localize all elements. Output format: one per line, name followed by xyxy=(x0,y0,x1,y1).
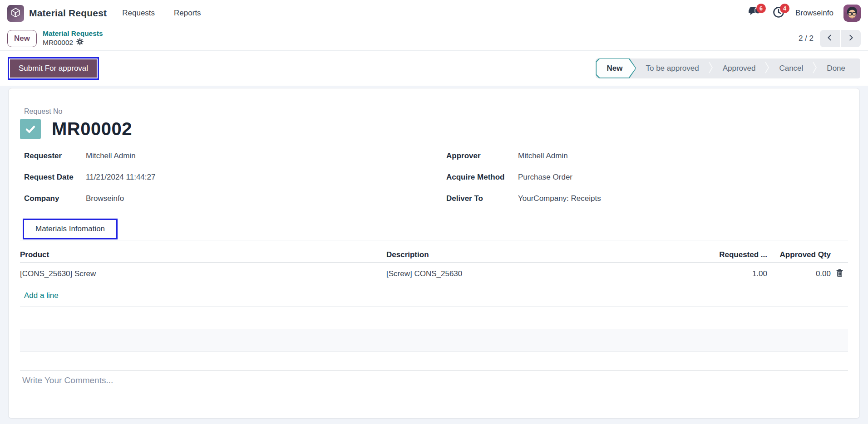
breadcrumb-current: MR00002 xyxy=(43,38,103,47)
status-stage-bar: New To be approved Approved Cancel Done xyxy=(596,58,860,78)
field-label: Requester xyxy=(24,151,86,161)
app-logo[interactable] xyxy=(7,5,24,22)
add-line-row: Add a line xyxy=(20,285,848,307)
user-avatar[interactable] xyxy=(843,5,861,22)
company-switcher[interactable]: Browseinfo xyxy=(795,9,833,18)
page-title: MR00002 xyxy=(52,119,132,139)
form-statusbar: Submit For approval New To be approved A… xyxy=(0,51,868,86)
add-a-line-link[interactable]: Add a line xyxy=(24,291,59,300)
chevron-left-icon xyxy=(826,34,834,43)
fields-grid: Requester Mitchell Admin Request Date 11… xyxy=(20,151,848,203)
field-company: Company Browseinfo xyxy=(24,194,446,203)
request-no-label: Request No xyxy=(24,107,848,116)
annotation-box-submit: Submit For approval xyxy=(8,57,99,80)
stage-to-be-approved[interactable]: To be approved xyxy=(636,64,708,73)
breadcrumb-parent-link[interactable]: Material Requests xyxy=(43,29,103,38)
field-label: Company xyxy=(24,194,86,203)
column-header-product[interactable]: Product xyxy=(20,250,386,259)
field-label: Deliver To xyxy=(446,194,518,203)
menu-reports[interactable]: Reports xyxy=(172,6,203,20)
control-panel: New Material Requests MR00002 2 / 2 xyxy=(0,26,868,51)
breadcrumb-current-label: MR00002 xyxy=(43,39,73,47)
empty-table-row xyxy=(20,307,848,329)
field-request-date: Request Date 11/21/2024 11:44:27 xyxy=(24,173,446,182)
column-header-description[interactable]: Description xyxy=(386,250,699,259)
field-value[interactable]: YourCompany: Receipts xyxy=(518,194,601,203)
delete-row-button[interactable] xyxy=(835,268,844,279)
column-header-approved[interactable]: Approved Qty xyxy=(767,250,831,259)
record-pager: 2 / 2 xyxy=(799,30,861,47)
activities-badge: 4 xyxy=(780,4,789,13)
cell-product[interactable]: [CONS_25630] Screw xyxy=(20,269,386,278)
stage-cancel[interactable]: Cancel xyxy=(769,64,813,73)
comments-section xyxy=(20,370,848,405)
approved-checkbox[interactable] xyxy=(20,119,41,139)
cell-approved-qty[interactable]: 0.00 xyxy=(767,269,831,278)
field-acquire-method: Acquire Method Purchase Order xyxy=(446,173,848,182)
package-cube-icon xyxy=(10,6,22,20)
field-label: Request Date xyxy=(24,173,86,182)
field-value[interactable]: Browseinfo xyxy=(86,194,124,203)
checkmark-icon xyxy=(24,122,37,136)
activities-button[interactable]: 4 xyxy=(772,6,785,20)
comments-input[interactable] xyxy=(22,375,567,403)
field-value[interactable]: Mitchell Admin xyxy=(86,151,136,161)
table-header-row: Product Description Requested ... Approv… xyxy=(20,247,848,263)
stage-done[interactable]: Done xyxy=(817,64,855,73)
materials-table: Product Description Requested ... Approv… xyxy=(20,247,848,352)
field-approver: Approver Mitchell Admin xyxy=(446,151,848,161)
title-row: MR00002 xyxy=(20,119,848,139)
stage-new[interactable]: New xyxy=(596,58,636,78)
field-requester: Requester Mitchell Admin xyxy=(24,151,446,161)
field-deliver-to: Deliver To YourCompany: Receipts xyxy=(446,194,848,203)
pager-count: 2 / 2 xyxy=(799,34,814,43)
menu-requests[interactable]: Requests xyxy=(120,6,157,20)
empty-table-row xyxy=(20,329,848,352)
field-label: Acquire Method xyxy=(446,173,518,182)
table-row[interactable]: [CONS_25630] Screw [Screw] CONS_25630 1.… xyxy=(20,263,848,285)
top-navbar: Material Request Requests Reports 6 4 B xyxy=(0,0,868,26)
field-value[interactable]: 11/21/2024 11:44:27 xyxy=(86,173,155,182)
field-value[interactable]: Purchase Order xyxy=(518,173,572,182)
annotation-box-tab: Materials Infomation xyxy=(23,219,118,239)
chevron-separator-icon xyxy=(765,61,769,76)
trash-icon xyxy=(836,272,843,278)
chevron-separator-icon xyxy=(813,61,817,76)
new-record-button[interactable]: New xyxy=(7,30,37,47)
breadcrumb: Material Requests MR00002 xyxy=(43,29,103,47)
tab-materials-infomation[interactable]: Materials Infomation xyxy=(24,220,116,238)
messages-button[interactable]: 6 xyxy=(748,6,762,20)
navbar-right: 6 4 Browseinfo xyxy=(748,5,861,22)
content-area: Request No MR00002 Requester Mitchell Ad… xyxy=(0,86,868,424)
notebook-tabs: Materials Infomation xyxy=(20,219,848,240)
field-label: Approver xyxy=(446,151,518,161)
column-header-requested[interactable]: Requested ... xyxy=(699,250,767,259)
pager-next-button[interactable] xyxy=(841,30,861,47)
stage-approved[interactable]: Approved xyxy=(713,64,765,73)
cell-requested-qty[interactable]: 1.00 xyxy=(699,269,767,278)
submit-for-approval-button[interactable]: Submit For approval xyxy=(10,59,97,78)
app-title[interactable]: Material Request xyxy=(29,8,107,19)
main-menu: Requests Reports xyxy=(120,6,202,20)
pager-previous-button[interactable] xyxy=(820,30,840,47)
gear-icon[interactable] xyxy=(76,38,84,47)
form-sheet: Request No MR00002 Requester Mitchell Ad… xyxy=(8,88,860,419)
chevron-right-icon xyxy=(847,34,855,43)
chevron-separator-icon xyxy=(709,61,713,76)
field-value[interactable]: Mitchell Admin xyxy=(518,151,568,161)
messages-badge: 6 xyxy=(756,4,766,13)
cell-description[interactable]: [Screw] CONS_25630 xyxy=(386,269,699,278)
